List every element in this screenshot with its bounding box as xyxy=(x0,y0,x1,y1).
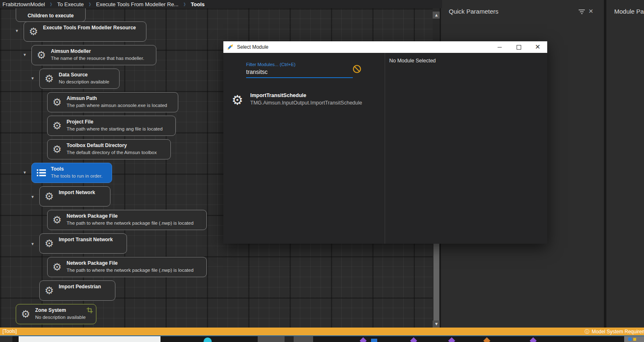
gear-icon: ⚙ xyxy=(228,90,247,110)
collapse-arrow-icon[interactable]: ▾ xyxy=(16,28,18,33)
node-title: Children to execute xyxy=(28,13,74,19)
breadcrumb-item-to-execute[interactable]: To Execute xyxy=(57,1,84,7)
filter-icon[interactable] xyxy=(578,9,586,16)
no-results-blocked-icon xyxy=(352,64,362,75)
node-title: Network Package File xyxy=(67,213,194,219)
chevron-right-icon: › xyxy=(50,0,53,8)
node-title: Project File xyxy=(67,119,163,125)
node-tools-selected[interactable]: Tools The tools to run in order. xyxy=(31,163,112,183)
close-button[interactable]: ✕ xyxy=(528,41,547,53)
node-title: Network Package File xyxy=(67,260,194,266)
app-icon xyxy=(227,44,234,50)
module-result-title: ImportTransitSchedule xyxy=(250,93,362,98)
node-description: The default directory of the Aimsun tool… xyxy=(67,150,157,155)
gear-icon: ⚙ xyxy=(48,93,67,112)
taskbar-app-icon[interactable] xyxy=(371,339,377,342)
node-title: Aimsun Modeller xyxy=(51,48,144,54)
node-execute-tools-from-modeller-resource[interactable]: ⚙ Execute Tools From Modeller Resource xyxy=(24,21,146,42)
gear-icon: ⚙ xyxy=(40,187,59,206)
node-title: Execute Tools From Modeller Resource xyxy=(43,25,136,31)
filter-input-label: Filter Modules... (Ctrl+E) xyxy=(246,62,296,67)
scroll-up-button[interactable]: ▲ xyxy=(433,12,440,19)
pane-divider xyxy=(385,53,385,244)
taskbar-app-icon[interactable] xyxy=(484,337,491,342)
node-import-network[interactable]: ⚙ Import Network xyxy=(39,186,110,207)
dialog-titlebar[interactable]: Select Module ✕ xyxy=(223,41,547,53)
taskbar-tray-app[interactable] xyxy=(624,336,644,342)
node-title: Data Source xyxy=(59,72,109,78)
taskbar-app-icon[interactable] xyxy=(410,337,417,342)
taskbar-search-box[interactable] xyxy=(19,336,160,342)
node-title: Import Transit Network xyxy=(59,237,113,242)
node-title: Toolbox Default Directory xyxy=(67,142,157,148)
gear-icon: ⚙ xyxy=(48,140,67,159)
gear-icon: ⚙ xyxy=(40,234,59,253)
gear-icon: ⚙ xyxy=(40,281,59,300)
node-description: The tools to run in order. xyxy=(51,173,103,178)
gear-icon: ⚙ xyxy=(16,304,35,324)
node-zone-system[interactable]: ⚙ Zone System No description available xyxy=(16,304,96,324)
chevron-right-icon: › xyxy=(89,0,91,8)
node-title: Import Network xyxy=(59,190,95,195)
collapse-arrow-icon[interactable]: ▾ xyxy=(31,195,34,199)
node-aimsun-modeller[interactable]: ⚙ Aimsun Modeller The name of the resour… xyxy=(31,45,156,65)
maximize-button[interactable] xyxy=(509,41,528,53)
node-toolbox-default-directory[interactable]: ⚙ Toolbox Default Directory The default … xyxy=(47,139,171,159)
panel-splitter[interactable] xyxy=(604,0,606,328)
node-network-package-file-2[interactable]: ⚙ Network Package File The path to where… xyxy=(47,257,207,277)
node-aimsun-path[interactable]: ⚙ Aimsun Path The path where aimsun acon… xyxy=(47,92,178,112)
app-icon xyxy=(633,338,636,341)
panel-title: Quick Parameters xyxy=(449,8,498,15)
node-description: The path to where the network package fi… xyxy=(67,221,194,226)
node-import-pedestrian[interactable]: ⚙ Import Pedestrian xyxy=(39,280,115,301)
app-icon xyxy=(628,337,632,341)
breadcrumb-item-model[interactable]: FrabitztownModel xyxy=(2,1,45,7)
start-button[interactable] xyxy=(0,336,12,342)
dialog-body: Filter Modules... (Ctrl+E) ⚙ ImportTrans… xyxy=(223,53,547,244)
taskbar-active-app[interactable] xyxy=(258,336,313,342)
module-filter-input[interactable] xyxy=(246,68,353,78)
node-description: No description available xyxy=(59,79,109,84)
crop-icon[interactable] xyxy=(86,307,93,315)
gear-icon: ⚙ xyxy=(32,45,51,65)
status-notification[interactable]: ⓘ Model System Requirem xyxy=(585,328,644,335)
taskbar-app-icon[interactable] xyxy=(360,337,367,342)
collapse-arrow-icon[interactable]: ▾ xyxy=(31,76,34,81)
node-children-to-execute[interactable]: Children to execute xyxy=(16,8,86,22)
gear-icon: ⚙ xyxy=(48,210,67,230)
scroll-down-button[interactable]: ▼ xyxy=(433,321,440,328)
breadcrumb-item-tools[interactable]: Tools xyxy=(191,1,205,7)
node-description: The path to where the network package fi… xyxy=(67,268,194,273)
minimize-button[interactable] xyxy=(490,41,509,53)
node-data-source[interactable]: ⚙ Data Source No description available xyxy=(39,69,120,89)
panel-title: Module Pa xyxy=(614,8,644,15)
module-result-namespace: TMG.Aimsun.InputOutput.ImportTransitSche… xyxy=(250,100,362,106)
taskbar-app-icon[interactable] xyxy=(448,337,455,342)
cortana-icon[interactable] xyxy=(203,337,212,342)
collapse-arrow-icon[interactable]: ▾ xyxy=(24,170,26,175)
close-icon[interactable]: × xyxy=(589,7,593,15)
windows-taskbar xyxy=(0,335,644,342)
node-import-transit-network[interactable]: ⚙ Import Transit Network xyxy=(39,233,127,254)
gear-icon: ⚙ xyxy=(24,22,43,41)
breadcrumb-item-execute-tools[interactable]: Execute Tools From Modeller Re... xyxy=(96,1,178,7)
taskbar-app-icon[interactable] xyxy=(530,337,537,342)
scrollbar-thumb[interactable] xyxy=(433,244,439,321)
node-title: Aimsun Path xyxy=(67,95,167,101)
list-icon xyxy=(32,163,51,183)
node-description: The path where the starting ang file is … xyxy=(67,126,163,131)
node-description: The name of the resource that has modell… xyxy=(51,56,144,61)
node-title: Import Pedestrian xyxy=(59,284,101,290)
status-bar: [Tools] ⓘ Model System Requirem xyxy=(0,328,644,335)
node-title: Tools xyxy=(51,166,103,172)
collapse-arrow-icon[interactable]: ▾ xyxy=(31,242,34,246)
gear-icon: ⚙ xyxy=(48,257,67,277)
module-result-item[interactable]: ⚙ ImportTransitSchedule TMG.Aimsun.Input… xyxy=(228,90,382,112)
node-title: Zone System xyxy=(35,307,86,313)
node-project-file[interactable]: ⚙ Project File The path where the starti… xyxy=(47,116,176,136)
chevron-right-icon: › xyxy=(183,0,186,8)
gear-icon: ⚙ xyxy=(48,116,67,135)
collapse-arrow-icon[interactable]: ▾ xyxy=(24,52,26,57)
status-context-label: [Tools] xyxy=(2,328,17,334)
node-network-package-file-1[interactable]: ⚙ Network Package File The path to where… xyxy=(47,210,207,230)
